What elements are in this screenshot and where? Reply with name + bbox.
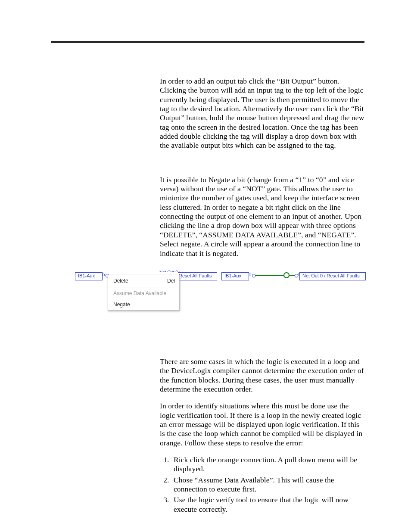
menu-separator	[108, 287, 179, 287]
paragraph-loop-intro: There are some cases in which the logic …	[160, 357, 364, 394]
menu-item-delete[interactable]: Delete Del	[108, 275, 179, 286]
paragraph-output-tab: In order to add an output tab click the …	[160, 77, 364, 150]
step-item: Use the logic verify tool to ensure that…	[171, 495, 364, 514]
negate-circle-icon	[283, 272, 290, 278]
menu-item-label: Assume Data Available	[113, 290, 166, 296]
menu-item-accel: Del	[167, 278, 175, 284]
menu-item-label: Negate	[113, 302, 130, 308]
menu-item-label: Delete	[113, 278, 128, 284]
menu-item-negate[interactable]: Negate	[108, 299, 179, 310]
context-menu: Delete Del Assume Data Available Negate	[108, 275, 180, 311]
tag-dest-left-partial: Net Out 0 /	[159, 270, 180, 275]
pin-letter-d: D	[249, 273, 252, 277]
tag-source-right[interactable]: IB1-Aux	[221, 272, 249, 280]
header-rule	[51, 41, 364, 43]
paragraph-negate-bit: It is possible to Negate a bit (change f…	[160, 175, 364, 258]
tag-dest-right[interactable]: Net Out 0 / Reset All Faults	[299, 272, 366, 280]
step-item: Rick click the orange connection. A pull…	[171, 455, 364, 474]
negate-diagram: IB1-Aux D Net Out 0 / Reset All Faults D…	[75, 271, 364, 309]
menu-item-assume-data[interactable]: Assume Data Available	[108, 288, 179, 299]
tag-source-left[interactable]: IB1-Aux	[75, 272, 103, 280]
pin-source-right[interactable]	[252, 274, 255, 277]
step-item: Chose “Assume Data Available”. This will…	[171, 476, 364, 494]
tag-dest-left-visible[interactable]: Reset All Faults	[178, 272, 217, 280]
pin-letter-d: D	[102, 273, 105, 277]
steps-list: Rick click the orange connection. A pull…	[160, 455, 364, 514]
paragraph-loop-howto: In order to identify situations where th…	[160, 401, 364, 448]
